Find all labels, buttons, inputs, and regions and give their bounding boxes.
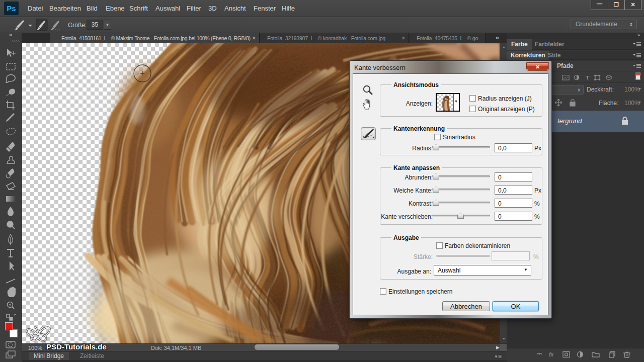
svg-text:fx: fx xyxy=(549,351,554,358)
svg-text:T: T xyxy=(586,74,590,80)
